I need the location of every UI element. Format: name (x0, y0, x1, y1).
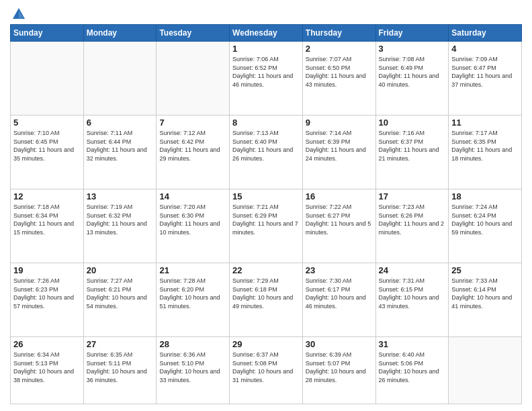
day-info: Sunrise: 7:21 AMSunset: 6:29 PMDaylight:… (232, 203, 300, 236)
calendar-header-monday: Monday (83, 25, 157, 42)
day-info: Sunrise: 7:12 AMSunset: 6:42 PMDaylight:… (159, 129, 226, 163)
calendar-cell (83, 42, 157, 116)
day-number: 20 (87, 265, 154, 275)
calendar-header-wednesday: Wednesday (230, 25, 303, 42)
calendar-header-friday: Friday (375, 25, 449, 42)
calendar-cell: 9Sunrise: 7:14 AMSunset: 6:39 PMDaylight… (302, 116, 375, 189)
calendar-header-sunday: Sunday (11, 25, 84, 42)
day-info: Sunrise: 7:08 AMSunset: 6:49 PMDaylight:… (379, 55, 446, 89)
calendar-cell (157, 42, 230, 116)
day-number: 30 (306, 339, 373, 349)
calendar-cell: 21Sunrise: 7:28 AMSunset: 6:20 PMDayligh… (157, 263, 230, 337)
day-info: Sunrise: 6:34 AMSunset: 5:13 PMDaylight:… (13, 351, 81, 384)
calendar-cell: 19Sunrise: 7:26 AMSunset: 6:23 PMDayligh… (11, 263, 84, 337)
calendar-cell: 3Sunrise: 7:08 AMSunset: 6:49 PMDaylight… (375, 42, 449, 116)
day-info: Sunrise: 6:39 AMSunset: 5:07 PMDaylight:… (306, 351, 373, 384)
day-number: 3 (379, 44, 446, 54)
day-info: Sunrise: 7:16 AMSunset: 6:37 PMDaylight:… (379, 129, 446, 163)
day-info: Sunrise: 6:36 AMSunset: 5:10 PMDaylight:… (159, 351, 226, 384)
day-number: 6 (87, 118, 154, 128)
calendar-week-4: 26Sunrise: 6:34 AMSunset: 5:13 PMDayligh… (11, 337, 522, 404)
day-number: 15 (232, 191, 300, 201)
day-info: Sunrise: 7:27 AMSunset: 6:21 PMDaylight:… (87, 277, 154, 310)
calendar-week-0: 1Sunrise: 7:06 AMSunset: 6:52 PMDaylight… (11, 42, 522, 116)
calendar-cell: 12Sunrise: 7:18 AMSunset: 6:34 PMDayligh… (11, 189, 84, 263)
day-number: 24 (379, 265, 446, 275)
day-number: 27 (87, 339, 154, 349)
day-info: Sunrise: 7:10 AMSunset: 6:45 PMDaylight:… (13, 129, 81, 163)
day-info: Sunrise: 7:24 AMSunset: 6:24 PMDaylight:… (451, 203, 519, 236)
calendar-week-3: 19Sunrise: 7:26 AMSunset: 6:23 PMDayligh… (11, 263, 522, 337)
day-info: Sunrise: 6:35 AMSunset: 5:11 PMDaylight:… (87, 351, 154, 384)
day-info: Sunrise: 7:11 AMSunset: 6:44 PMDaylight:… (87, 129, 154, 163)
day-number: 22 (232, 265, 300, 275)
day-number: 14 (159, 191, 226, 201)
calendar-cell: 20Sunrise: 7:27 AMSunset: 6:21 PMDayligh… (83, 263, 157, 337)
day-info: Sunrise: 7:33 AMSunset: 6:14 PMDaylight:… (451, 277, 519, 310)
calendar-header-row: SundayMondayTuesdayWednesdayThursdayFrid… (11, 25, 522, 42)
calendar-cell: 25Sunrise: 7:33 AMSunset: 6:14 PMDayligh… (449, 263, 522, 337)
day-info: Sunrise: 7:09 AMSunset: 6:47 PMDaylight:… (451, 55, 519, 89)
calendar-header-tuesday: Tuesday (157, 25, 230, 42)
calendar-week-1: 5Sunrise: 7:10 AMSunset: 6:45 PMDaylight… (11, 116, 522, 189)
day-number: 12 (13, 191, 81, 201)
logo (10, 7, 26, 19)
calendar-cell: 26Sunrise: 6:34 AMSunset: 5:13 PMDayligh… (11, 337, 84, 404)
day-number: 18 (451, 191, 519, 201)
day-info: Sunrise: 7:31 AMSunset: 6:15 PMDaylight:… (379, 277, 446, 310)
day-info: Sunrise: 7:17 AMSunset: 6:35 PMDaylight:… (451, 129, 519, 163)
day-info: Sunrise: 7:28 AMSunset: 6:20 PMDaylight:… (159, 277, 226, 310)
day-info: Sunrise: 7:22 AMSunset: 6:27 PMDaylight:… (306, 203, 373, 236)
calendar-cell: 22Sunrise: 7:29 AMSunset: 6:18 PMDayligh… (230, 263, 303, 337)
calendar-week-2: 12Sunrise: 7:18 AMSunset: 6:34 PMDayligh… (11, 189, 522, 263)
day-number: 1 (232, 44, 300, 54)
calendar-cell: 5Sunrise: 7:10 AMSunset: 6:45 PMDaylight… (11, 116, 84, 189)
day-info: Sunrise: 7:14 AMSunset: 6:39 PMDaylight:… (306, 129, 373, 163)
calendar-cell: 17Sunrise: 7:23 AMSunset: 6:26 PMDayligh… (375, 189, 449, 263)
calendar-cell: 29Sunrise: 6:37 AMSunset: 5:08 PMDayligh… (230, 337, 303, 404)
day-number: 25 (451, 265, 519, 275)
calendar-header-saturday: Saturday (449, 25, 522, 42)
day-number: 31 (379, 339, 446, 349)
day-info: Sunrise: 7:07 AMSunset: 6:50 PMDaylight:… (306, 55, 373, 89)
day-number: 7 (159, 118, 226, 128)
day-info: Sunrise: 7:18 AMSunset: 6:34 PMDaylight:… (13, 203, 81, 236)
day-info: Sunrise: 7:30 AMSunset: 6:17 PMDaylight:… (306, 277, 373, 310)
calendar-cell: 1Sunrise: 7:06 AMSunset: 6:52 PMDaylight… (230, 42, 303, 116)
day-info: Sunrise: 7:23 AMSunset: 6:26 PMDaylight:… (379, 203, 446, 236)
day-info: Sunrise: 7:20 AMSunset: 6:30 PMDaylight:… (159, 203, 226, 236)
day-info: Sunrise: 6:40 AMSunset: 5:06 PMDaylight:… (379, 351, 446, 384)
calendar-cell: 28Sunrise: 6:36 AMSunset: 5:10 PMDayligh… (157, 337, 230, 404)
calendar-table: SundayMondayTuesdayWednesdayThursdayFrid… (10, 24, 522, 404)
calendar-cell: 30Sunrise: 6:39 AMSunset: 5:07 PMDayligh… (302, 337, 375, 404)
svg-marker-1 (19, 10, 24, 18)
day-number: 10 (379, 118, 446, 128)
day-number: 9 (306, 118, 373, 128)
day-number: 29 (232, 339, 300, 349)
day-number: 11 (451, 118, 519, 128)
day-number: 28 (159, 339, 226, 349)
day-number: 2 (306, 44, 373, 54)
calendar-cell (449, 337, 522, 404)
calendar-cell: 14Sunrise: 7:20 AMSunset: 6:30 PMDayligh… (157, 189, 230, 263)
calendar-header-thursday: Thursday (302, 25, 375, 42)
calendar-cell: 23Sunrise: 7:30 AMSunset: 6:17 PMDayligh… (302, 263, 375, 337)
calendar-cell: 2Sunrise: 7:07 AMSunset: 6:50 PMDaylight… (302, 42, 375, 116)
calendar-cell (11, 42, 84, 116)
day-number: 13 (87, 191, 154, 201)
day-number: 17 (379, 191, 446, 201)
day-info: Sunrise: 7:06 AMSunset: 6:52 PMDaylight:… (232, 55, 300, 89)
calendar-cell: 15Sunrise: 7:21 AMSunset: 6:29 PMDayligh… (230, 189, 303, 263)
day-number: 23 (306, 265, 373, 275)
calendar-cell: 7Sunrise: 7:12 AMSunset: 6:42 PMDaylight… (157, 116, 230, 189)
calendar-cell: 10Sunrise: 7:16 AMSunset: 6:37 PMDayligh… (375, 116, 449, 189)
day-info: Sunrise: 7:13 AMSunset: 6:40 PMDaylight:… (232, 129, 300, 163)
calendar-cell: 13Sunrise: 7:19 AMSunset: 6:32 PMDayligh… (83, 189, 157, 263)
day-info: Sunrise: 7:26 AMSunset: 6:23 PMDaylight:… (13, 277, 81, 310)
calendar-cell: 6Sunrise: 7:11 AMSunset: 6:44 PMDaylight… (83, 116, 157, 189)
calendar-cell: 4Sunrise: 7:09 AMSunset: 6:47 PMDaylight… (449, 42, 522, 116)
calendar-cell: 11Sunrise: 7:17 AMSunset: 6:35 PMDayligh… (449, 116, 522, 189)
page: SundayMondayTuesdayWednesdayThursdayFrid… (0, 0, 532, 411)
logo-icon (11, 7, 26, 21)
calendar-cell: 18Sunrise: 7:24 AMSunset: 6:24 PMDayligh… (449, 189, 522, 263)
